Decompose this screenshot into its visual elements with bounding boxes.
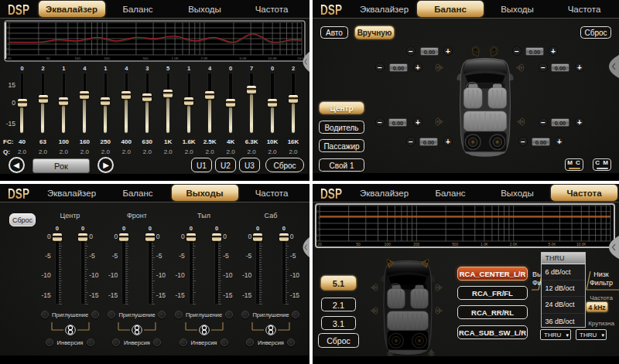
svg-text:20: 20 — [8, 56, 12, 60]
svg-text:1.0K: 1.0K — [172, 56, 179, 60]
svg-text:100: 100 — [385, 243, 391, 247]
svg-text:2.0K: 2.0K — [200, 56, 207, 60]
svg-text:200: 200 — [104, 56, 110, 60]
svg-text:2.0K: 2.0K — [510, 243, 518, 247]
svg-text:-5: -5 — [316, 228, 319, 231]
svg-text:5.0K: 5.0K — [240, 56, 247, 60]
svg-text:0: 0 — [7, 37, 9, 40]
svg-text:1.0K: 1.0K — [480, 243, 489, 247]
svg-text:500: 500 — [142, 56, 149, 60]
svg-text:10: 10 — [316, 210, 319, 213]
svg-text:15: 15 — [5, 21, 9, 24]
svg-text:0: 0 — [317, 222, 319, 225]
svg-text:50: 50 — [356, 243, 361, 247]
svg-text:20: 20 — [317, 243, 322, 247]
svg-text:5: 5 — [7, 32, 9, 35]
svg-text:10.0K: 10.0K — [576, 243, 587, 247]
svg-text:-5: -5 — [6, 43, 9, 46]
svg-text:-10: -10 — [5, 48, 9, 51]
svg-text:15: 15 — [316, 204, 319, 207]
svg-text:10: 10 — [5, 26, 9, 29]
svg-text:5: 5 — [317, 216, 319, 219]
svg-text:100: 100 — [74, 56, 80, 60]
svg-text:200: 200 — [413, 243, 419, 247]
svg-text:5.0K: 5.0K — [549, 243, 557, 247]
svg-text:50: 50 — [46, 56, 50, 60]
svg-text:-10: -10 — [315, 234, 319, 237]
svg-text:10.0K: 10.0K — [268, 56, 277, 60]
svg-text:500: 500 — [452, 243, 458, 247]
